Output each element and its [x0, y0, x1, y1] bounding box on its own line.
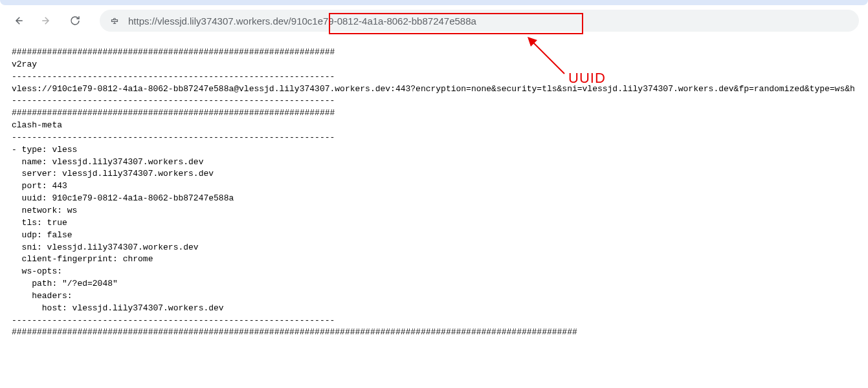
text-line: sni: vlessjd.lily374307.workers.dev: [12, 242, 199, 252]
arrow-right-icon: [41, 15, 52, 27]
svg-point-0: [113, 20, 113, 21]
text-line: uuid: 910c1e79-0812-4a1a-8062-bb87247e58…: [12, 193, 234, 203]
text-line: path: "/?ed=2048": [12, 279, 118, 288]
text-line: ----------------------------------------…: [12, 133, 335, 142]
text-line: ----------------------------------------…: [12, 96, 335, 105]
text-line: ----------------------------------------…: [12, 316, 335, 325]
text-line: ws-opts:: [12, 266, 62, 276]
text-line: ########################################…: [12, 47, 335, 57]
text-line: vless://910c1e79-0812-4a1a-8062-bb87247e…: [12, 84, 855, 94]
window-top-edge: [0, 0, 868, 5]
url-text: https://vlessjd.lily374307.workers.dev/9…: [128, 16, 476, 27]
text-line: headers:: [12, 291, 72, 301]
text-line: ########################################…: [12, 108, 335, 118]
text-line: v2ray: [12, 59, 37, 69]
text-line: name: vlessjd.lily374307.workers.dev: [12, 157, 203, 167]
text-line: tls: true: [12, 218, 67, 228]
text-line: ----------------------------------------…: [12, 72, 335, 81]
text-line: host: vlessjd.lily374307.workers.dev: [12, 303, 224, 313]
address-bar[interactable]: https://vlessjd.lily374307.workers.dev/9…: [100, 10, 859, 32]
page-content: ########################################…: [0, 36, 868, 349]
browser-toolbar: https://vlessjd.lily374307.workers.dev/9…: [0, 5, 868, 36]
back-button[interactable]: [9, 12, 27, 30]
reload-button[interactable]: [66, 12, 84, 30]
reload-icon: [69, 15, 81, 27]
text-line: network: ws: [12, 206, 77, 215]
arrow-left-icon: [12, 15, 24, 27]
text-line: udp: false: [12, 230, 72, 240]
text-line: client-fingerprint: chrome: [12, 254, 153, 264]
text-line: - type: vless: [12, 145, 77, 155]
text-line: ########################################…: [12, 327, 577, 337]
text-line: clash-meta: [12, 120, 62, 130]
text-line: server: vlessjd.lily374307.workers.dev: [12, 169, 214, 178]
site-info-icon[interactable]: [107, 14, 122, 28]
svg-point-2: [116, 20, 117, 21]
svg-point-1: [114, 20, 115, 21]
text-line: port: 443: [12, 181, 67, 191]
forward-button[interactable]: [38, 12, 56, 30]
